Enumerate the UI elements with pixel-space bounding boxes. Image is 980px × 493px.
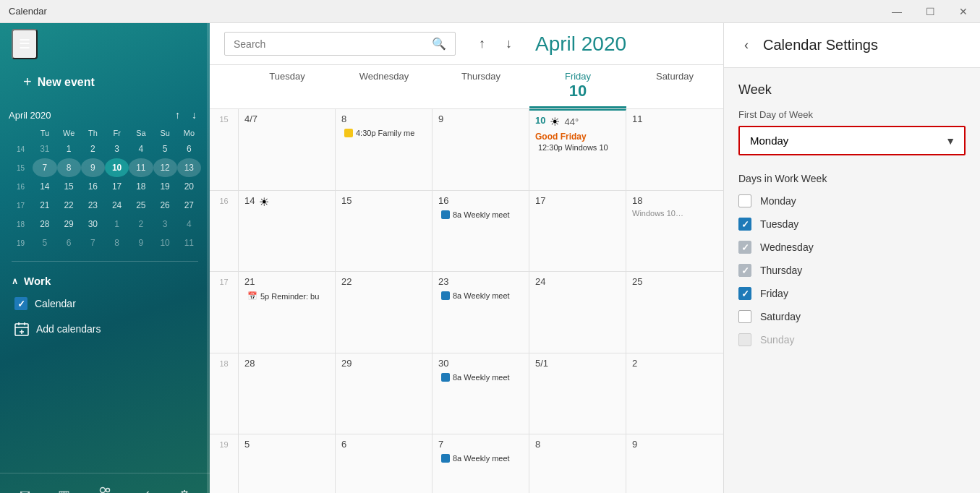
- cal-day-apr10[interactable]: 10 ☀ 44° Good Friday 12:30p Windows 10: [529, 109, 626, 190]
- settings-back-button[interactable]: ‹: [738, 35, 754, 56]
- cal-day-may6[interactable]: 6: [336, 434, 433, 493]
- mini-cal-day-apr14[interactable]: 14: [33, 177, 56, 196]
- mini-cal-next-button[interactable]: ↓: [187, 108, 201, 122]
- cal-day-may2[interactable]: 2: [626, 353, 723, 434]
- cal-day-apr29[interactable]: 29: [336, 353, 433, 434]
- event-reminder-apr21[interactable]: 📅 5p Reminder: bu: [244, 290, 329, 302]
- cal-day-apr14[interactable]: 14 ☀: [239, 191, 336, 272]
- cal-day-may8[interactable]: 8: [529, 434, 626, 493]
- add-calendars-button[interactable]: Add calendars: [12, 316, 198, 342]
- mini-cal-day-may9[interactable]: 9: [129, 233, 153, 252]
- cal-day-apr17[interactable]: 17: [529, 191, 626, 272]
- work-header[interactable]: ∧ Work: [12, 270, 198, 291]
- mini-cal-day-apr23[interactable]: 23: [81, 196, 105, 215]
- calendar-checkbox[interactable]: ✓: [14, 297, 27, 310]
- mini-cal-day-apr26[interactable]: 26: [153, 196, 177, 215]
- mini-cal-day-apr25[interactable]: 25: [129, 196, 153, 215]
- day-row-thursday[interactable]: ✓ Thursday: [738, 264, 966, 277]
- cal-day-apr18[interactable]: 18 Windows 10…: [626, 191, 723, 272]
- mini-cal-day-apr19[interactable]: 19: [153, 177, 177, 196]
- calendar-prev-button[interactable]: ↑: [473, 33, 491, 54]
- cal-day-apr16[interactable]: 16 8a Weekly meet: [433, 191, 529, 272]
- event-weekly-apr30[interactable]: 8a Weekly meet: [438, 372, 523, 383]
- cal-day-apr23[interactable]: 23 8a Weekly meet: [433, 272, 529, 353]
- mini-cal-day-apr8[interactable]: 8: [57, 158, 81, 177]
- mini-cal-day-apr16[interactable]: 16: [81, 177, 105, 196]
- search-box[interactable]: 🔍: [224, 32, 456, 56]
- search-input[interactable]: [234, 38, 426, 50]
- cal-day-apr8[interactable]: 8 4:30p Family me: [336, 109, 433, 190]
- mini-cal-day-may7[interactable]: 7: [81, 233, 105, 252]
- close-button[interactable]: ✕: [947, 0, 980, 23]
- mini-cal-day-apr27[interactable]: 27: [177, 196, 201, 215]
- day-row-tuesday[interactable]: ✓ Tuesday: [738, 218, 966, 231]
- cal-day-may1[interactable]: 5/1: [529, 353, 626, 434]
- event-weekly-may7[interactable]: 8a Weekly meet: [438, 453, 523, 464]
- cal-day-apr30[interactable]: 30 8a Weekly meet: [433, 353, 529, 434]
- event-weekly-apr23[interactable]: 8a Weekly meet: [438, 290, 523, 301]
- first-day-select[interactable]: Sunday Monday Tuesday Wednesday Thursday…: [740, 127, 964, 154]
- mini-cal-day-apr6[interactable]: 6: [177, 140, 201, 158]
- mini-cal-day-apr4[interactable]: 4: [129, 140, 153, 158]
- maximize-button[interactable]: ☐: [913, 0, 947, 23]
- cal-day-apr24[interactable]: 24: [529, 272, 626, 353]
- cal-day-apr28[interactable]: 28: [239, 353, 336, 434]
- mini-cal-day-apr24[interactable]: 24: [105, 196, 129, 215]
- wednesday-checkbox[interactable]: ✓: [738, 241, 751, 254]
- sunday-checkbox[interactable]: [738, 333, 751, 346]
- mini-cal-day-apr15[interactable]: 15: [57, 177, 81, 196]
- cal-day-apr7[interactable]: 4/7: [239, 109, 336, 190]
- event-windows-apr10[interactable]: 12:30p Windows 10: [535, 142, 620, 153]
- mini-cal-day-apr5[interactable]: 5: [153, 140, 177, 158]
- calendar-item-work[interactable]: ✓ Calendar: [12, 291, 198, 316]
- minimize-button[interactable]: —: [880, 0, 913, 23]
- cal-day-apr15[interactable]: 15: [336, 191, 433, 272]
- mini-cal-day-apr13[interactable]: 13: [177, 158, 201, 177]
- mini-cal-day-apr9[interactable]: 9: [81, 158, 105, 177]
- mini-cal-day-apr1[interactable]: 1: [57, 140, 81, 158]
- mini-cal-day-may4[interactable]: 4: [177, 215, 201, 233]
- mini-cal-day-apr18[interactable]: 18: [129, 177, 153, 196]
- tasks-nav-button[interactable]: ✓: [135, 481, 157, 493]
- mini-cal-day-apr22[interactable]: 22: [57, 196, 81, 215]
- event-family[interactable]: 4:30p Family me: [341, 127, 426, 139]
- thursday-checkbox[interactable]: ✓: [738, 264, 751, 277]
- sidebar-resize-handle[interactable]: [207, 23, 210, 493]
- cal-day-apr9[interactable]: 9: [433, 109, 529, 190]
- cal-day-apr11[interactable]: 11: [626, 109, 723, 190]
- hamburger-button[interactable]: ☰: [12, 29, 38, 59]
- mini-cal-day-mar31[interactable]: 31: [33, 140, 56, 158]
- settings-nav-button[interactable]: ⚙: [173, 481, 196, 493]
- mini-cal-day-apr2[interactable]: 2: [81, 140, 105, 158]
- mini-cal-day-may3[interactable]: 3: [153, 215, 177, 233]
- calendar-nav-button[interactable]: ▦: [52, 481, 76, 493]
- day-row-wednesday[interactable]: ✓ Wednesday: [738, 241, 966, 254]
- friday-checkbox[interactable]: ✓: [738, 287, 751, 300]
- calendar-next-button[interactable]: ↓: [500, 33, 518, 54]
- mini-cal-day-apr12[interactable]: 12: [153, 158, 177, 177]
- day-row-friday[interactable]: ✓ Friday: [738, 287, 966, 300]
- mini-cal-day-may10[interactable]: 10: [153, 233, 177, 252]
- mini-cal-day-may1[interactable]: 1: [105, 215, 129, 233]
- mini-cal-day-apr29[interactable]: 29: [57, 215, 81, 233]
- event-weekly-apr16[interactable]: 8a Weekly meet: [438, 209, 523, 220]
- event-windows-apr18[interactable]: Windows 10…: [632, 209, 717, 218]
- day-row-sunday[interactable]: Sunday: [738, 333, 966, 346]
- mini-cal-day-apr10[interactable]: 10: [105, 158, 129, 177]
- cal-day-may7[interactable]: 7 8a Weekly meet: [433, 434, 529, 493]
- mail-nav-button[interactable]: ✉: [14, 481, 36, 493]
- cal-day-may9[interactable]: 9: [626, 434, 723, 493]
- mini-cal-day-apr21[interactable]: 21: [33, 196, 56, 215]
- saturday-checkbox[interactable]: [738, 310, 751, 323]
- new-event-button[interactable]: + New event: [12, 68, 198, 96]
- mini-cal-day-may5[interactable]: 5: [33, 233, 56, 252]
- mini-cal-day-apr28[interactable]: 28: [33, 215, 56, 233]
- day-row-saturday[interactable]: Saturday: [738, 310, 966, 323]
- people-nav-button[interactable]: [92, 481, 118, 493]
- mini-cal-day-may8[interactable]: 8: [105, 233, 129, 252]
- mini-cal-day-apr30[interactable]: 30: [81, 215, 105, 233]
- day-row-monday[interactable]: Monday: [738, 194, 966, 207]
- mini-cal-day-apr20[interactable]: 20: [177, 177, 201, 196]
- mini-cal-day-apr11[interactable]: 11: [129, 158, 153, 177]
- mini-cal-day-may11[interactable]: 11: [177, 233, 201, 252]
